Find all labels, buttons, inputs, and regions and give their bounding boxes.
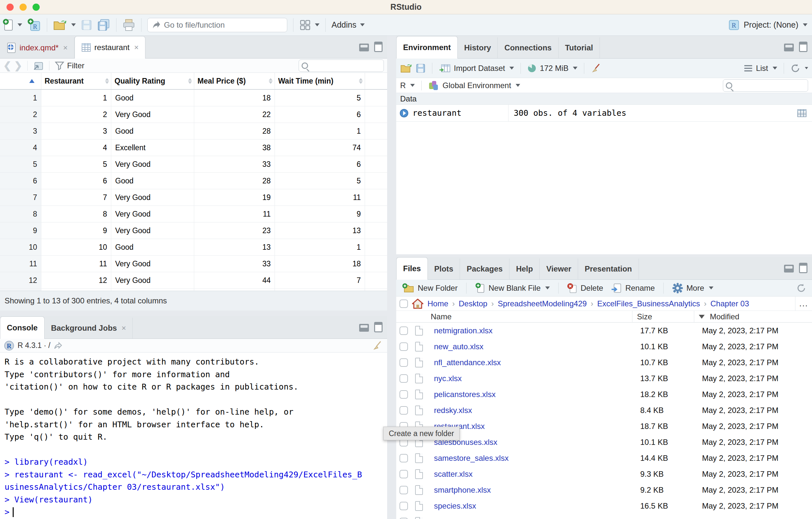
tab-index-qmd[interactable]: index.qmd* × bbox=[0, 37, 75, 58]
print-button[interactable] bbox=[120, 16, 138, 34]
file-checkbox[interactable] bbox=[400, 374, 408, 383]
data-viewer-search-input[interactable] bbox=[310, 61, 375, 70]
maximize-pane-icon[interactable] bbox=[374, 42, 383, 52]
open-file-button[interactable] bbox=[51, 16, 79, 34]
filter-label[interactable]: Filter bbox=[67, 61, 84, 70]
column-header-wait-time[interactable]: Wait Time (min) bbox=[275, 73, 365, 89]
file-name-link[interactable]: samestore_sales.xlsx bbox=[434, 454, 636, 463]
column-header-quality-rating[interactable]: Quality Rating bbox=[111, 73, 194, 89]
more-button[interactable]: More bbox=[669, 279, 716, 297]
minimize-pane-icon[interactable] bbox=[784, 43, 794, 51]
table-row[interactable]: 9 9 Very Good 23 13 bbox=[0, 222, 387, 239]
file-name-link[interactable]: nyc.xlsx bbox=[434, 374, 636, 383]
select-all-checkbox[interactable] bbox=[400, 300, 408, 308]
colheader-modified[interactable]: Modified bbox=[694, 311, 812, 323]
open-new-window-icon[interactable] bbox=[33, 60, 44, 71]
file-checkbox[interactable] bbox=[400, 486, 408, 494]
tab-history[interactable]: History bbox=[458, 37, 498, 58]
file-name-link[interactable]: netmigration.xlsx bbox=[434, 326, 636, 335]
file-name-link[interactable]: pelicanstores.xlsx bbox=[434, 390, 636, 399]
file-row[interactable]: smartphone.xlsx 9.2 KB May 2, 2023, 2:17… bbox=[396, 482, 812, 498]
file-row[interactable]: species.xlsx 16.5 KB May 2, 2023, 2:17 P… bbox=[396, 498, 812, 514]
breadcrumb-chapter-03[interactable]: Chapter 03 bbox=[710, 299, 749, 308]
table-row[interactable]: 4 4 Excellent 38 74 bbox=[0, 140, 387, 156]
environment-object-row[interactable]: restaurant 300 obs. of 4 variables bbox=[396, 105, 812, 122]
maximize-pane-icon[interactable] bbox=[799, 42, 807, 52]
console-prompt[interactable]: > bbox=[5, 506, 387, 519]
colheader-size[interactable]: Size bbox=[632, 311, 694, 323]
file-name-link[interactable]: smartphone.xlsx bbox=[434, 486, 636, 495]
table-row[interactable]: 6 6 Good 28 5 bbox=[0, 173, 387, 189]
file-name-link[interactable]: scatter.xlsx bbox=[434, 469, 636, 479]
save-all-button[interactable] bbox=[95, 16, 113, 34]
new-folder-button[interactable]: New Folder bbox=[400, 279, 460, 297]
tab-connections[interactable]: Connections bbox=[498, 37, 558, 58]
project-menu-button[interactable]: R Project: (None) bbox=[727, 19, 812, 32]
file-row[interactable]: new_auto.xlsx 10.1 KB May 2, 2023, 2:17 … bbox=[396, 338, 812, 355]
forward-icon[interactable]: ❯ bbox=[14, 60, 22, 71]
clear-environment-broom-icon[interactable] bbox=[591, 63, 602, 74]
tab-restaurant[interactable]: restaurant × bbox=[75, 36, 145, 59]
memory-usage-label[interactable]: 172 MiB bbox=[540, 64, 568, 73]
file-row[interactable]: redsky.xlsx 8.4 KB May 2, 2023, 2:17 PM bbox=[396, 402, 812, 418]
goto-file-input[interactable] bbox=[164, 21, 271, 30]
save-workspace-icon[interactable] bbox=[416, 63, 426, 73]
file-name-link[interactable]: new_auto.xlsx bbox=[434, 342, 636, 351]
environment-search-box[interactable] bbox=[723, 79, 808, 92]
file-checkbox[interactable] bbox=[400, 454, 408, 462]
colheader-name[interactable]: Name bbox=[431, 311, 632, 323]
file-name-link[interactable]: restaurant.xlsx bbox=[434, 422, 636, 431]
file-checkbox[interactable] bbox=[400, 518, 408, 519]
file-checkbox[interactable] bbox=[400, 390, 408, 399]
clear-console-broom-icon[interactable] bbox=[372, 340, 383, 351]
file-name-link[interactable]: surveyresults.xlsx bbox=[434, 517, 636, 519]
file-checkbox[interactable] bbox=[400, 358, 408, 367]
file-row[interactable]: samestore_sales.xlsx 14.4 KB May 2, 2023… bbox=[396, 450, 812, 466]
tab-background-jobs-close-icon[interactable]: × bbox=[121, 324, 126, 333]
tab-restaurant-close-icon[interactable]: × bbox=[134, 43, 139, 52]
file-name-link[interactable]: nfl_attendance.xlsx bbox=[434, 358, 636, 367]
new-blank-file-button[interactable]: New Blank File bbox=[472, 279, 552, 297]
working-directory-arrow-icon[interactable] bbox=[54, 342, 63, 349]
table-row[interactable]: 1 1 Good 18 5 bbox=[0, 90, 387, 106]
delete-button[interactable]: Delete bbox=[564, 279, 606, 297]
file-checkbox[interactable] bbox=[400, 470, 408, 478]
file-row[interactable]: surveyresults.xlsx 17.7 KB May 2, 2023, … bbox=[396, 514, 812, 519]
table-row[interactable]: 12 12 Very Good 44 7 bbox=[0, 272, 387, 289]
import-dataset-label[interactable]: Import Dataset bbox=[454, 64, 505, 73]
file-name-link[interactable]: redsky.xlsx bbox=[434, 406, 636, 415]
file-checkbox[interactable] bbox=[400, 327, 408, 335]
file-checkbox[interactable] bbox=[400, 406, 408, 415]
file-name-link[interactable]: species.xlsx bbox=[434, 501, 636, 511]
tab-plots[interactable]: Plots bbox=[428, 258, 460, 279]
tab-console[interactable]: Console bbox=[0, 316, 45, 339]
tab-tutorial[interactable]: Tutorial bbox=[558, 37, 600, 58]
tab-background-jobs[interactable]: Background Jobs × bbox=[45, 318, 133, 338]
file-checkbox[interactable] bbox=[400, 502, 408, 510]
file-row[interactable]: netmigration.xlsx 17.7 KB May 2, 2023, 2… bbox=[396, 323, 812, 338]
new-project-button[interactable]: R bbox=[25, 16, 44, 34]
list-view-label[interactable]: List bbox=[756, 64, 768, 73]
new-file-button[interactable] bbox=[0, 16, 25, 34]
minimize-pane-icon[interactable] bbox=[359, 324, 369, 332]
tab-environment[interactable]: Environment bbox=[396, 36, 458, 59]
expand-object-icon[interactable] bbox=[400, 109, 409, 118]
view-table-icon[interactable] bbox=[797, 109, 807, 117]
tab-viewer[interactable]: Viewer bbox=[540, 258, 578, 279]
tab-packages[interactable]: Packages bbox=[460, 258, 510, 279]
tab-files[interactable]: Files bbox=[396, 257, 428, 280]
save-button[interactable] bbox=[79, 16, 95, 34]
tab-index-qmd-close-icon[interactable]: × bbox=[63, 43, 68, 52]
addins-button[interactable]: Addins bbox=[329, 16, 367, 34]
table-row[interactable]: 11 11 Very Good 33 18 bbox=[0, 255, 387, 272]
minimize-pane-icon[interactable] bbox=[784, 265, 794, 273]
r-version-label[interactable]: R 4.3.1 · / bbox=[18, 341, 51, 350]
table-row[interactable]: 2 2 Very Good 22 6 bbox=[0, 106, 387, 123]
maximize-pane-icon[interactable] bbox=[374, 322, 383, 332]
row-number-header[interactable] bbox=[0, 73, 41, 89]
column-header-meal-price[interactable]: Meal Price ($) bbox=[194, 73, 275, 89]
refresh-icon[interactable] bbox=[790, 63, 800, 73]
minimize-pane-icon[interactable] bbox=[359, 43, 369, 51]
file-name-link[interactable]: salesbonuses.xlsx bbox=[434, 438, 636, 447]
tab-help[interactable]: Help bbox=[510, 258, 540, 279]
